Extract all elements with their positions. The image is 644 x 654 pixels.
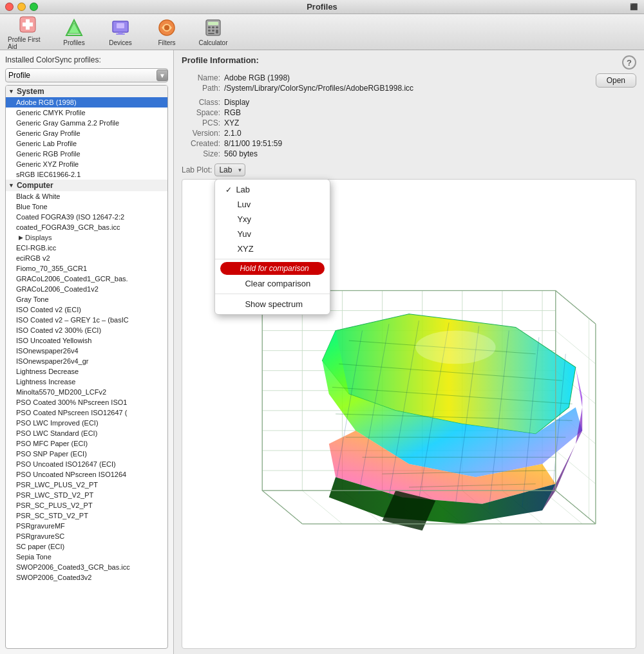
installed-profiles-title: Installed ColorSync profiles: [5, 55, 168, 64]
dropdown-item-show-spectrum[interactable]: Show spectrum [215, 297, 330, 312]
profile-item-blue-tone[interactable]: Blue Tone [6, 201, 167, 212]
profile-item-generic-lab[interactable]: Generic Lab Profile [6, 138, 167, 149]
dropdown-item-xyz[interactable]: XYZ [215, 241, 330, 256]
profile-item-pso-uncoated-np[interactable]: PSO Uncoated NPscreen ISO1264 [6, 469, 167, 480]
profile-item-lightness-increase[interactable]: Lightness Increase [6, 377, 167, 387]
lab-plot-button[interactable]: Lab [214, 164, 245, 176]
titlebar: Profiles ⬛ [0, 0, 644, 14]
profile-item-swop-coated3-gcr[interactable]: SWOP2006_Coated3_GCR_bas.icc [6, 562, 167, 572]
toolbar-profile-first-aid[interactable]: Profile First Aid [5, 17, 50, 48]
minimize-button[interactable] [17, 3, 26, 11]
profile-item-psr-sc-std[interactable]: PSR_SC_STD_V2_PT [6, 510, 167, 521]
dropdown-separator-1 [215, 259, 330, 259]
group-system-arrow: ▼ [8, 88, 14, 95]
profile-item-sepia-tone[interactable]: Sepia Tone [6, 552, 167, 562]
info-name-value: Adobe RGB (1998) [224, 73, 290, 82]
profile-item-pso-uncoated[interactable]: PSO Uncoated ISO12647 (ECI) [6, 459, 167, 469]
profile-item-minolta[interactable]: Minolta5570_MD200_LCFv2 [6, 387, 167, 397]
help-button[interactable]: ? [622, 55, 636, 70]
info-row-name: Name: Adobe RGB (1998) [182, 73, 636, 82]
profile-item-fiomo[interactable]: Fiomo_70_355_GCR1 [6, 263, 167, 274]
resize-icon: ⬛ [629, 2, 639, 12]
profile-item-coated-fogra39-gcr[interactable]: coated_FOGRA39_GCR_bas.icc [6, 222, 167, 232]
profile-item-adobe-rgb[interactable]: Adobe RGB (1998) [6, 97, 167, 107]
profile-item-pso-snp[interactable]: PSO SNP Paper (ECI) [6, 449, 167, 459]
calculator-icon [203, 17, 223, 38]
info-table: Name: Adobe RGB (1998) Path: /System/Lib… [182, 73, 636, 160]
toolbar-devices[interactable]: Devices [98, 17, 143, 48]
window-title: Profiles [307, 2, 337, 12]
group-displays[interactable]: ▶ Displays [6, 232, 167, 243]
dropdown-item-lab[interactable]: Lab [215, 182, 330, 197]
info-class-value: Display [224, 98, 249, 107]
profile-item-generic-gray[interactable]: Generic Gray Profile [6, 128, 167, 138]
svg-point-10 [164, 25, 169, 30]
info-created-value: 8/11/00 19:51:59 [224, 139, 282, 148]
profile-item-eci-rgb[interactable]: ECI-RGB.icc [6, 243, 167, 253]
group-system-label: System [17, 87, 44, 96]
profile-item-generic-gray-gamma[interactable]: Generic Gray Gamma 2.2 Profile [6, 118, 167, 128]
toolbar-calculator-label: Calculator [198, 39, 227, 46]
profiles-list[interactable]: ▼ System Adobe RGB (1998) Generic CMYK P… [5, 85, 168, 649]
profile-item-generic-rgb[interactable]: Generic RGB Profile [6, 149, 167, 159]
profile-item-iso-uncoated[interactable]: ISO Uncoated Yellowish [6, 335, 167, 346]
toolbar-calculator[interactable]: Calculator [191, 17, 236, 48]
lab-plot-dropdown[interactable]: Lab Lab Luv Yxy Yuv XYZ Hold for compari… [214, 164, 245, 176]
svg-rect-8 [116, 33, 125, 35]
toolbar: Profile First Aid Profiles Devices [0, 14, 644, 50]
info-size-value: 560 bytes [224, 149, 258, 158]
open-button[interactable]: Open [596, 73, 636, 88]
toolbar-filters[interactable]: Filters [144, 17, 189, 48]
dropdown-item-luv[interactable]: Luv [215, 197, 330, 212]
group-system[interactable]: ▼ System [6, 86, 167, 97]
dropdown-item-clear-comparison[interactable]: Clear comparison [215, 276, 330, 291]
profile-item-isonewspaper26-gr[interactable]: ISOnewspaper26v4_gr [6, 356, 167, 366]
profile-item-gracol-coated1[interactable]: GRACoL2006_Coated1_GCR_bas. [6, 274, 167, 284]
info-version-value: 2.1.0 [224, 129, 242, 138]
lab-plot-label: Lab Plot: [182, 165, 212, 174]
profile-item-iso-coated-grey[interactable]: ISO Coated v2 – GREY 1c – (basIC [6, 315, 167, 325]
profile-item-coated-fogra39[interactable]: Coated FOGRA39 (ISO 12647-2:2 [6, 212, 167, 222]
profile-info-title: Profile Information: [182, 55, 259, 65]
profile-item-sc-paper[interactable]: SC paper (ECI) [6, 541, 167, 552]
profile-item-iso-coated-300[interactable]: ISO Coated v2 300% (ECI) [6, 325, 167, 335]
profile-first-aid-icon [17, 14, 38, 35]
svg-rect-17 [212, 30, 214, 32]
profile-item-pso-coated-np[interactable]: PSO Coated NPscreen ISO12647 ( [6, 407, 167, 418]
profile-item-lightness-decrease[interactable]: Lightness Decrease [6, 366, 167, 377]
profile-item-generic-xyz[interactable]: Generic XYZ Profile [6, 159, 167, 169]
profile-item-generic-cmyk[interactable]: Generic CMYK Profile [6, 107, 167, 118]
profile-item-srgb[interactable]: sRGB IEC61966-2.1 [6, 169, 167, 180]
profile-item-gray-tone[interactable]: Gray Tone [6, 294, 167, 304]
dropdown-item-yxy[interactable]: Yxy [215, 212, 330, 227]
svg-point-81 [415, 331, 495, 364]
profile-item-psr-sc-plus[interactable]: PSR_SC_PLUS_V2_PT [6, 500, 167, 510]
profile-item-isonewspaper26[interactable]: ISOnewspaper26v4 [6, 346, 167, 356]
info-row-version: Version: 2.1.0 [182, 129, 636, 138]
dropdown-item-hold-comparison[interactable]: Hold for comparison [220, 262, 325, 275]
dropdown-item-yuv[interactable]: Yuv [215, 227, 330, 241]
profile-item-pso-coated-300[interactable]: PSO Coated 300% NPscreen ISO1 [6, 397, 167, 407]
profile-item-pso-lwc-improved[interactable]: PSO LWC Improved (ECI) [6, 418, 167, 428]
maximize-button[interactable] [30, 3, 38, 11]
filters-icon [156, 17, 177, 38]
dropdown-menu: Lab Luv Yxy Yuv XYZ Hold for comparison … [214, 179, 330, 315]
profile-item-psrgravure-sc[interactable]: PSRgravureSC [6, 531, 167, 541]
toolbar-profiles[interactable]: Profiles [52, 17, 97, 48]
group-computer-label: Computer [17, 181, 53, 190]
profile-item-iso-coated-v2[interactable]: ISO Coated v2 (ECI) [6, 304, 167, 315]
profile-item-psr-lwc-std[interactable]: PSR_LWC_STD_V2_PT [6, 490, 167, 500]
profile-item-swop-coated3v2[interactable]: SWOP2006_Coated3v2 [6, 572, 167, 583]
group-computer[interactable]: ▼ Computer [6, 180, 167, 191]
profile-item-psr-lwc-plus[interactable]: PSR_LWC_PLUS_V2_PT [6, 480, 167, 490]
svg-rect-16 [208, 30, 211, 32]
profile-item-ecigb-v2[interactable]: eciRGB v2 [6, 253, 167, 263]
profile-item-black-white[interactable]: Black & White [6, 191, 167, 201]
profile-item-psrgravure-mf[interactable]: PSRgravureMF [6, 521, 167, 531]
close-button[interactable] [5, 3, 14, 11]
profile-sort-select[interactable]: Profile Kind Space [5, 68, 168, 82]
profile-item-gracol-coated1v2[interactable]: GRACoL2006_Coated1v2 [6, 284, 167, 294]
group-displays-arrow: ▶ [19, 234, 23, 241]
profile-item-pso-mfc[interactable]: PSO MFC Paper (ECI) [6, 438, 167, 449]
profile-item-pso-lwc-standard[interactable]: PSO LWC Standard (ECI) [6, 428, 167, 438]
